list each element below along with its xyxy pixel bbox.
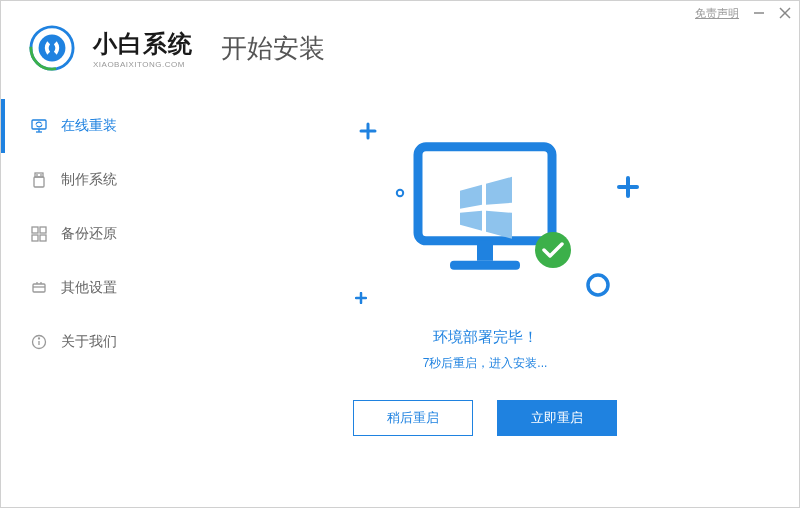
svg-rect-34	[450, 261, 520, 270]
svg-rect-16	[40, 235, 46, 241]
main-content: 环境部署完毕！ 7秒后重启，进入安装... 稍后重启 立即重启	[171, 89, 799, 507]
page-title: 开始安装	[221, 31, 325, 66]
minimize-icon[interactable]	[753, 7, 765, 19]
restart-now-button[interactable]: 立即重启	[497, 400, 617, 436]
settings-icon	[31, 280, 47, 296]
close-icon[interactable]	[779, 7, 791, 19]
sidebar-item-about[interactable]: 关于我们	[1, 315, 171, 369]
status-subtitle: 7秒后重启，进入安装...	[423, 355, 548, 372]
svg-point-23	[39, 338, 40, 339]
svg-point-5	[39, 35, 66, 62]
sidebar-item-settings[interactable]: 其他设置	[1, 261, 171, 315]
sidebar-item-create[interactable]: 制作系统	[1, 153, 171, 207]
info-icon	[31, 334, 47, 350]
svg-rect-33	[477, 241, 493, 261]
sidebar-item-label: 在线重装	[61, 117, 117, 135]
sidebar-item-label: 关于我们	[61, 333, 117, 351]
brand: 小白系统 XIAOBAIXITONG.COM	[93, 28, 193, 69]
restart-later-button[interactable]: 稍后重启	[353, 400, 473, 436]
sidebar-item-label: 其他设置	[61, 279, 117, 297]
plus-decoration-icon	[359, 122, 377, 140]
circle-decoration-icon	[395, 188, 405, 198]
backup-icon	[31, 226, 47, 242]
sidebar-item-reinstall[interactable]: 在线重装	[1, 99, 171, 153]
titlebar: 免责声明	[1, 1, 799, 25]
brand-url: XIAOBAIXITONG.COM	[93, 60, 193, 69]
button-row: 稍后重启 立即重启	[353, 400, 617, 436]
usb-icon	[31, 172, 47, 188]
sidebar: 在线重装 制作系统 备份还原 其他设置 关于我们	[1, 89, 171, 507]
svg-rect-17	[33, 284, 45, 292]
svg-rect-10	[34, 177, 44, 187]
svg-rect-14	[40, 227, 46, 233]
svg-point-35	[535, 232, 571, 268]
circle-decoration-icon	[585, 272, 611, 298]
sidebar-item-label: 制作系统	[61, 171, 117, 189]
status-title: 环境部署完毕！	[433, 328, 538, 347]
svg-rect-13	[32, 227, 38, 233]
app-window: 免责声明 小白系统 XIAOBAIXITONG.COM 开始安装 在线重装 制作…	[0, 0, 800, 508]
body: 在线重装 制作系统 备份还原 其他设置 关于我们	[1, 89, 799, 507]
svg-rect-32	[418, 147, 552, 241]
brand-name: 小白系统	[93, 28, 193, 60]
illustration	[325, 130, 645, 310]
plus-decoration-icon	[355, 292, 367, 304]
svg-point-30	[588, 275, 608, 295]
app-logo-icon	[29, 25, 75, 71]
sidebar-item-backup[interactable]: 备份还原	[1, 207, 171, 261]
svg-rect-6	[32, 120, 46, 129]
monitor-refresh-icon	[31, 118, 47, 134]
svg-rect-15	[32, 235, 38, 241]
disclaimer-link[interactable]: 免责声明	[695, 6, 739, 21]
plus-decoration-icon	[617, 176, 639, 198]
success-check-icon	[533, 230, 573, 270]
sidebar-item-label: 备份还原	[61, 225, 117, 243]
header: 小白系统 XIAOBAIXITONG.COM 开始安装	[1, 25, 799, 89]
svg-point-31	[397, 190, 403, 196]
